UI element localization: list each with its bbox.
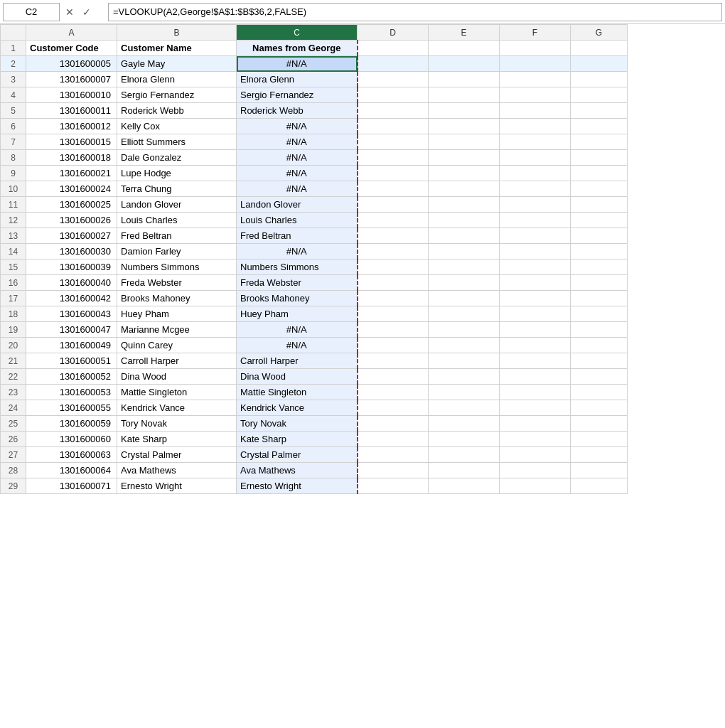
cell-e12[interactable] bbox=[429, 213, 500, 228]
cell-d16[interactable] bbox=[358, 275, 429, 291]
cell-e2[interactable] bbox=[429, 56, 500, 72]
cell-d22[interactable] bbox=[358, 369, 429, 385]
cell-f2[interactable] bbox=[500, 56, 571, 72]
cell-e8[interactable] bbox=[429, 150, 500, 166]
cell-b7[interactable]: Elliott Summers bbox=[117, 134, 237, 150]
cell-g14[interactable] bbox=[571, 244, 628, 259]
cell-d18[interactable] bbox=[358, 306, 429, 322]
cell-e1[interactable] bbox=[429, 41, 500, 56]
cell-f16[interactable] bbox=[500, 275, 571, 291]
cell-g29[interactable] bbox=[571, 478, 628, 494]
cell-c25[interactable]: Tory Novak bbox=[237, 416, 358, 432]
cell-f12[interactable] bbox=[500, 213, 571, 228]
cell-b12[interactable]: Louis Charles bbox=[117, 213, 237, 228]
cell-c26[interactable]: Kate Sharp bbox=[237, 432, 358, 447]
col-header-b[interactable]: B bbox=[117, 25, 237, 41]
cell-c9[interactable]: #N/A bbox=[237, 166, 358, 181]
cell-e29[interactable] bbox=[429, 478, 500, 494]
cell-a18[interactable]: 1301600043 bbox=[26, 306, 117, 322]
cell-a12[interactable]: 1301600026 bbox=[26, 213, 117, 228]
col-header-e[interactable]: E bbox=[429, 25, 500, 41]
cell-a24[interactable]: 1301600055 bbox=[26, 400, 117, 416]
cell-b23[interactable]: Mattie Singleton bbox=[117, 385, 237, 400]
cell-c28[interactable]: Ava Mathews bbox=[237, 463, 358, 478]
cell-e5[interactable] bbox=[429, 103, 500, 119]
cell-c23[interactable]: Mattie Singleton bbox=[237, 385, 358, 400]
cell-f5[interactable] bbox=[500, 103, 571, 119]
cell-g7[interactable] bbox=[571, 134, 628, 150]
cell-e18[interactable] bbox=[429, 306, 500, 322]
cell-b17[interactable]: Brooks Mahoney bbox=[117, 291, 237, 306]
cell-g25[interactable] bbox=[571, 416, 628, 432]
cancel-icon[interactable]: ✕ bbox=[63, 5, 77, 19]
cell-g21[interactable] bbox=[571, 353, 628, 369]
cell-f26[interactable] bbox=[500, 432, 571, 447]
cell-a11[interactable]: 1301600025 bbox=[26, 197, 117, 213]
cell-e4[interactable] bbox=[429, 87, 500, 103]
cell-g15[interactable] bbox=[571, 259, 628, 275]
cell-c10[interactable]: #N/A bbox=[237, 181, 358, 197]
cell-d17[interactable] bbox=[358, 291, 429, 306]
col-b-header[interactable]: Customer Name bbox=[117, 41, 237, 56]
cell-a3[interactable]: 1301600007 bbox=[26, 72, 117, 87]
cell-c5[interactable]: Roderick Webb bbox=[237, 103, 358, 119]
cell-e26[interactable] bbox=[429, 432, 500, 447]
cell-d1[interactable] bbox=[358, 41, 429, 56]
cell-e20[interactable] bbox=[429, 338, 500, 353]
cell-c7[interactable]: #N/A bbox=[237, 134, 358, 150]
cell-e15[interactable] bbox=[429, 259, 500, 275]
cell-d14[interactable] bbox=[358, 244, 429, 259]
formula-input[interactable] bbox=[108, 3, 722, 21]
cell-b24[interactable]: Kendrick Vance bbox=[117, 400, 237, 416]
cell-c13[interactable]: Fred Beltran bbox=[237, 228, 358, 244]
cell-b14[interactable]: Damion Farley bbox=[117, 244, 237, 259]
cell-f18[interactable] bbox=[500, 306, 571, 322]
cell-g1[interactable] bbox=[571, 41, 628, 56]
cell-d20[interactable] bbox=[358, 338, 429, 353]
cell-e9[interactable] bbox=[429, 166, 500, 181]
cell-a5[interactable]: 1301600011 bbox=[26, 103, 117, 119]
cell-b18[interactable]: Huey Pham bbox=[117, 306, 237, 322]
cell-b15[interactable]: Numbers Simmons bbox=[117, 259, 237, 275]
cell-d23[interactable] bbox=[358, 385, 429, 400]
cell-d19[interactable] bbox=[358, 322, 429, 338]
cell-d24[interactable] bbox=[358, 400, 429, 416]
cell-g24[interactable] bbox=[571, 400, 628, 416]
cell-b3[interactable]: Elnora Glenn bbox=[117, 72, 237, 87]
cell-b16[interactable]: Freda Webster bbox=[117, 275, 237, 291]
cell-c2[interactable]: #N/A bbox=[237, 56, 358, 72]
cell-a20[interactable]: 1301600049 bbox=[26, 338, 117, 353]
cell-e10[interactable] bbox=[429, 181, 500, 197]
cell-g18[interactable] bbox=[571, 306, 628, 322]
cell-f29[interactable] bbox=[500, 478, 571, 494]
cell-a19[interactable]: 1301600047 bbox=[26, 322, 117, 338]
cell-b13[interactable]: Fred Beltran bbox=[117, 228, 237, 244]
cell-g19[interactable] bbox=[571, 322, 628, 338]
cell-g28[interactable] bbox=[571, 463, 628, 478]
cell-f9[interactable] bbox=[500, 166, 571, 181]
cell-a27[interactable]: 1301600063 bbox=[26, 447, 117, 463]
cell-e25[interactable] bbox=[429, 416, 500, 432]
cell-c22[interactable]: Dina Wood bbox=[237, 369, 358, 385]
cell-e19[interactable] bbox=[429, 322, 500, 338]
cell-d7[interactable] bbox=[358, 134, 429, 150]
cell-d28[interactable] bbox=[358, 463, 429, 478]
cell-b27[interactable]: Crystal Palmer bbox=[117, 447, 237, 463]
cell-c16[interactable]: Freda Webster bbox=[237, 275, 358, 291]
cell-d11[interactable] bbox=[358, 197, 429, 213]
cell-d25[interactable] bbox=[358, 416, 429, 432]
cell-a6[interactable]: 1301600012 bbox=[26, 119, 117, 134]
cell-f27[interactable] bbox=[500, 447, 571, 463]
cell-a8[interactable]: 1301600018 bbox=[26, 150, 117, 166]
cell-a23[interactable]: 1301600053 bbox=[26, 385, 117, 400]
cell-b22[interactable]: Dina Wood bbox=[117, 369, 237, 385]
cell-f8[interactable] bbox=[500, 150, 571, 166]
cell-c12[interactable]: Louis Charles bbox=[237, 213, 358, 228]
cell-a25[interactable]: 1301600059 bbox=[26, 416, 117, 432]
cell-a16[interactable]: 1301600040 bbox=[26, 275, 117, 291]
cell-e3[interactable] bbox=[429, 72, 500, 87]
cell-g22[interactable] bbox=[571, 369, 628, 385]
cell-f25[interactable] bbox=[500, 416, 571, 432]
cell-a2[interactable]: 1301600005 bbox=[26, 56, 117, 72]
cell-c6[interactable]: #N/A bbox=[237, 119, 358, 134]
